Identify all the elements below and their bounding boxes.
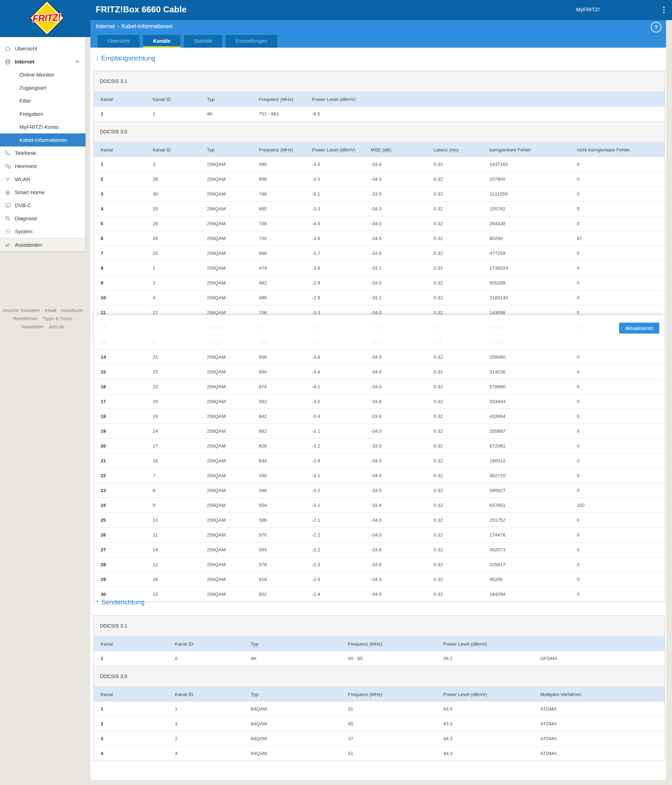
table-cell: 256QAM (200, 528, 252, 543)
table-cell: -2.2 (305, 528, 364, 543)
table-cell: 29 (94, 572, 146, 587)
table-cell: -34.0 (364, 424, 426, 439)
column-header: Kanal (94, 636, 168, 651)
table-cell: 60250 (482, 231, 570, 246)
tab-übersicht[interactable]: Übersicht (97, 35, 139, 48)
table-cell: 650 (252, 364, 305, 380)
system-icon (4, 228, 12, 235)
footer-link-avm-de[interactable]: avm.de (49, 324, 64, 329)
down-arrow-icon: ↓ (96, 54, 99, 62)
column-header: Kanal (94, 92, 146, 106)
table-cell: 11 (146, 528, 200, 543)
footer-link-inhalt[interactable]: Inhalt (44, 308, 56, 313)
table-cell: 256QAM (200, 364, 252, 380)
sidebar-item-telefonie[interactable]: Telefonie (0, 147, 85, 160)
sidebar-item-internet[interactable]: Internet (0, 55, 85, 68)
column-header: Kanal (94, 142, 146, 157)
table-cell: 44.3 (436, 746, 533, 761)
table-cell: 256QAM (200, 587, 252, 602)
breadcrumb: Internet›Kabel-Informationen (96, 23, 172, 30)
column-header: Multiplex-Verfahren (533, 687, 664, 702)
refresh-button[interactable]: Aktualisieren (619, 323, 659, 333)
footer-link-ansicht-erweitert[interactable]: Ansicht: Erweitert (3, 308, 39, 313)
sidebar-item-diagnose[interactable]: Diagnose (0, 212, 85, 225)
table-cell: 13 (94, 335, 146, 350)
footer-link-rechtliches[interactable]: Rechtliches (13, 316, 38, 321)
table-cell: 27 (146, 305, 200, 320)
table-cell: -3.4 (305, 409, 364, 424)
table-cell: 256QAM (200, 216, 252, 231)
upstream-docsis31-table: KanalKanal IDTypFrequenz (MHz)Power Leve… (94, 636, 664, 666)
table-cell: 0 (570, 409, 664, 424)
table-cell: 352720 (482, 468, 570, 483)
table-cell: 24 (146, 424, 200, 439)
table-cell: 264438 (482, 216, 570, 231)
table-cell: 24 (94, 498, 146, 513)
table-cell: 19 (146, 409, 200, 424)
upstream-docsis30-table: KanalKanal IDTypFrequenz (MHz)Power Leve… (94, 687, 664, 761)
page-title: FRITZ!Box 6660 Cable (96, 5, 186, 14)
table-cell: 17 (146, 439, 200, 453)
column-header: Typ (200, 142, 252, 157)
table-cell: -34.0 (364, 587, 426, 602)
table-cell: 256QAM (200, 350, 252, 364)
sidebar-item-zugangsart[interactable]: Zugangsart (0, 81, 85, 94)
column-header: Typ (244, 636, 341, 651)
table-cell: 730 (252, 231, 305, 246)
table-cell: 0.32 (426, 380, 482, 394)
table-cell: 0 (570, 216, 664, 231)
table-cell: -2.1 (305, 513, 364, 528)
table-cell: -33.5 (364, 320, 426, 335)
table-cell: 25 (94, 513, 146, 528)
sidebar-item-freigaben[interactable]: Freigaben (0, 107, 85, 120)
table-cell: 0 (570, 335, 664, 350)
smart-home-icon (4, 189, 12, 196)
table-cell: 498 (252, 291, 305, 305)
table-cell: 20 (94, 439, 146, 453)
myfritz-link[interactable]: MyFRITZ! (576, 6, 600, 13)
sidebar-item-heimnetz[interactable]: Heimnetz (0, 160, 85, 173)
sidebar-item-online-monitor[interactable]: Online-Monitor (0, 68, 85, 81)
table-cell: 285890 (482, 335, 570, 350)
table-cell: 674 (252, 380, 305, 394)
table-row: 1127256QAM706-3.3-34.00.321430980 (94, 305, 664, 320)
table-cell: 0.32 (426, 320, 482, 335)
table-cell: 0 (570, 380, 664, 394)
downstream-docsis31-table: KanalKanal IDTypFrequenz (MHz)Power Leve… (94, 92, 664, 121)
sidebar-item-system[interactable]: System (0, 225, 85, 238)
table-cell: -33.1 (364, 291, 426, 305)
sidebar-item-dvb-c[interactable]: DVB-C (0, 199, 85, 212)
footer-link-tipps-tricks[interactable]: Tipps & Tricks (43, 316, 72, 321)
table-cell: 1 (146, 261, 200, 276)
table-cell (364, 106, 664, 121)
footer-link-newsletter[interactable]: Newsletter (21, 324, 44, 329)
sidebar-item-kabel-informationen[interactable]: Kabel-Informationen (0, 133, 85, 147)
table-cell: 256QAM (200, 483, 252, 498)
sidebar-item-myfritz-konto[interactable]: MyFRITZ!-Konto (0, 120, 85, 133)
table-cell: 7 (146, 468, 200, 483)
tab-statistik[interactable]: Statistik (184, 35, 222, 48)
sidebar-item-assistenten[interactable]: Assistenten (0, 238, 85, 251)
help-icon[interactable]: ? (651, 22, 661, 33)
sidebar-item--bersicht[interactable]: Übersicht (0, 42, 85, 55)
table-cell: 0.32 (426, 394, 482, 409)
table-cell: 0 (570, 364, 664, 380)
breadcrumb-page: Kabel-Informationen (122, 23, 172, 29)
tab-kanäle[interactable]: Kanäle (143, 35, 180, 48)
top-header-bar: FRITZ!Box 6660 Cable MyFRITZ! ⋮ (0, 0, 672, 20)
footer-link-handbuch[interactable]: Handbuch (61, 308, 83, 313)
kebab-menu-icon[interactable]: ⋮ (660, 5, 668, 15)
table-cell: 37 (341, 731, 436, 746)
sidebar-item-smart-home[interactable]: Smart Home (0, 186, 85, 199)
table-cell: 18 (94, 409, 146, 424)
sidebar-item-filter[interactable]: Filter (0, 94, 85, 107)
table-cell: 4 (146, 291, 200, 305)
breadcrumb-section[interactable]: Internet (96, 23, 115, 29)
table-cell: 4K (244, 651, 341, 666)
table-cell: 256QAM (200, 305, 252, 320)
sidebar-item-wlan[interactable]: WLAN (0, 173, 85, 186)
table-cell: 258480 (482, 350, 570, 364)
tab-einstellungen[interactable]: Einstellungen (226, 35, 277, 48)
table-cell: 3 (146, 157, 200, 172)
table-cell: -33.1 (364, 261, 426, 276)
